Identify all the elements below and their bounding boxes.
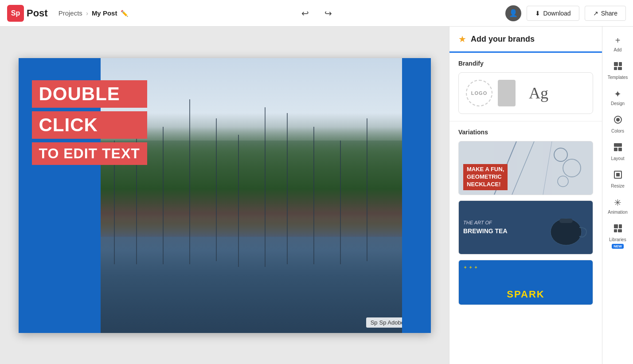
sidebar-item-colors[interactable]: Colors [605, 111, 631, 137]
brandify-section: Brandify LOGO Ag [449, 53, 602, 121]
animation-icon: ✳ [614, 197, 621, 208]
watermark-logo: Sp [371, 319, 378, 326]
svg-line-2 [543, 141, 552, 195]
sidebar-item-libraries[interactable]: Libraries NEW [605, 220, 631, 252]
resize-icon [613, 170, 623, 182]
main-content: DOUBLE CLICK TO EDIT TEXT Sp Sp Adobe Sp… [0, 27, 633, 364]
sidebar-item-templates[interactable]: Templates [605, 58, 631, 83]
canvas-text-line2[interactable]: CLICK [32, 111, 147, 139]
panel-title: Add your brands [471, 35, 535, 44]
share-button[interactable]: ↗ Share [585, 6, 626, 21]
variation-img-2: THE ART OF BREWING TEA [459, 201, 593, 254]
svg-rect-9 [619, 62, 622, 66]
download-button[interactable]: ⬇ Download [527, 6, 579, 21]
mast-9 [313, 127, 314, 264]
var2-text: THE ART OF BREWING TEA [463, 219, 508, 236]
var3-background: SPARK ✦ ✦ ✦ [459, 260, 593, 305]
design-icon: ✦ [614, 89, 621, 99]
svg-rect-7 [559, 219, 573, 223]
svg-rect-11 [618, 67, 622, 70]
logo-sp-icon: Sp [7, 5, 24, 22]
canvas-frame[interactable]: DOUBLE CLICK TO EDIT TEXT Sp Sp Adobe Sp… [19, 58, 431, 333]
mast-10 [340, 141, 341, 264]
undo-button[interactable]: ↩ [297, 4, 314, 22]
header-right-actions: 👤 ⬇ Download ↗ Share [505, 5, 626, 21]
header-nav-controls: ↩ ↪ [128, 4, 505, 22]
sidebar-item-resize[interactable]: Resize [605, 166, 631, 192]
water-layer [101, 237, 402, 333]
svg-point-4 [563, 159, 581, 177]
breadcrumb: Projects › My Post ✏️ [59, 9, 129, 17]
canvas-text-overlay[interactable]: DOUBLE CLICK TO EDIT TEXT [32, 80, 147, 165]
panel-header: ★ Add your brands [449, 27, 602, 53]
brandify-card[interactable]: LOGO Ag [458, 72, 593, 114]
mast-5 [216, 118, 217, 261]
variation-card-2[interactable]: THE ART OF BREWING TEA [458, 200, 593, 254]
svg-point-13 [616, 118, 620, 121]
avatar[interactable]: 👤 [505, 5, 521, 21]
variation-img-1: MAKE A FUN, GEOMETRIC NECKLACE! [459, 141, 593, 195]
svg-rect-14 [614, 143, 622, 147]
var2-title: BREWING TEA [463, 227, 508, 236]
svg-rect-20 [619, 224, 622, 228]
right-panel: ★ Add your brands Brandify LOGO Ag Varia… [449, 27, 602, 364]
breadcrumb-sep: › [86, 9, 88, 17]
var2-background: THE ART OF BREWING TEA [459, 201, 593, 254]
brandify-label: Brandify [458, 60, 593, 67]
add-icon: + [615, 35, 621, 46]
mast-4 [189, 99, 190, 264]
logo-text: Post [27, 8, 48, 19]
header: Sp Post Projects › My Post ✏️ ↩ ↪ 👤 ⬇ Do… [0, 0, 633, 27]
mast-11 [367, 118, 367, 261]
canvas-text-line1[interactable]: DOUBLE [32, 80, 147, 108]
svg-rect-22 [618, 229, 622, 232]
redo-button[interactable]: ↪ [320, 4, 337, 22]
variation-card-3[interactable]: SPARK ✦ ✦ ✦ [458, 260, 593, 305]
sidebar-icons: + Add Templates ✦ Design Colors Layout [602, 27, 633, 364]
svg-rect-19 [614, 224, 618, 228]
svg-line-1 [512, 141, 534, 195]
edit-project-name-icon[interactable]: ✏️ [121, 10, 128, 17]
teapot-icon [544, 205, 588, 250]
colors-icon [613, 115, 623, 127]
mast-7 [265, 107, 266, 267]
sidebar-item-layout[interactable]: Layout [605, 139, 631, 164]
font-preview: Ag [521, 80, 556, 106]
var3-text: SPARK [459, 289, 593, 300]
var1-background: MAKE A FUN, GEOMETRIC NECKLACE! [459, 141, 593, 195]
sidebar-item-animation[interactable]: ✳ Animation [605, 194, 631, 218]
var2-subtitle: THE ART OF [463, 219, 508, 227]
svg-point-5 [558, 176, 568, 187]
sidebar-item-design[interactable]: ✦ Design [605, 85, 631, 110]
canvas-area[interactable]: DOUBLE CLICK TO EDIT TEXT Sp Sp Adobe Sp… [0, 27, 449, 364]
libraries-icon [613, 223, 623, 235]
variations-section: Variations [449, 121, 602, 317]
mast-8 [287, 113, 288, 264]
svg-rect-18 [616, 173, 620, 176]
breadcrumb-current: My Post [92, 9, 117, 17]
breadcrumb-projects[interactable]: Projects [59, 9, 82, 17]
var3-decoration: ✦ ✦ ✦ [463, 265, 478, 270]
share-icon: ↗ [593, 10, 598, 17]
canvas-right-blue [402, 58, 431, 333]
variation-card-1[interactable]: MAKE A FUN, GEOMETRIC NECKLACE! [458, 141, 593, 195]
svg-rect-21 [614, 229, 617, 232]
variations-label: Variations [458, 129, 593, 136]
svg-rect-15 [614, 148, 617, 151]
new-badge: NEW [612, 244, 624, 249]
svg-rect-10 [614, 67, 617, 70]
download-icon: ⬇ [535, 10, 540, 17]
mast-3 [163, 127, 164, 264]
star-icon: ★ [458, 34, 466, 44]
sidebar-item-add[interactable]: + Add [605, 32, 631, 56]
logo-placeholder: LOGO [466, 80, 492, 106]
canvas-text-line3[interactable]: TO EDIT TEXT [32, 142, 147, 165]
variation-img-3: SPARK ✦ ✦ ✦ [459, 260, 593, 305]
app-logo[interactable]: Sp Post [7, 5, 48, 22]
templates-icon [613, 61, 623, 73]
layout-icon [613, 142, 623, 154]
avatar-icon: 👤 [509, 9, 518, 17]
var1-text: MAKE A FUN, GEOMETRIC NECKLACE! [463, 164, 508, 190]
svg-point-3 [554, 148, 567, 161]
svg-rect-16 [618, 148, 622, 151]
